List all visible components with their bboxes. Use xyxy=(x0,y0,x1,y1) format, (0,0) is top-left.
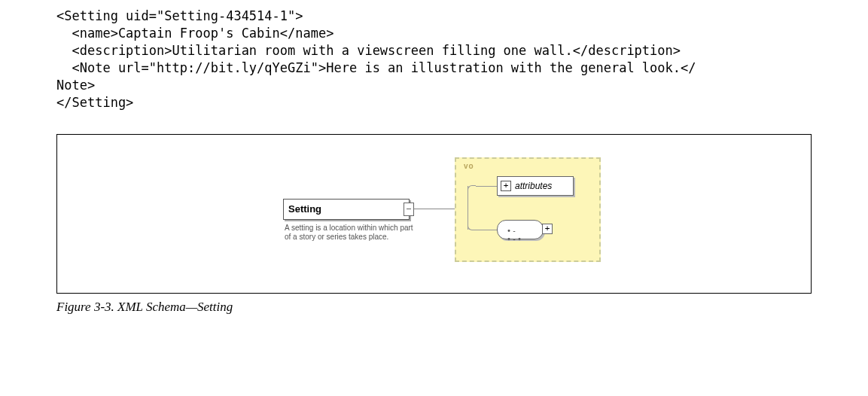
element-label: Setting xyxy=(288,203,321,215)
figure-caption: Figure 3-3. XML Schema—Setting xyxy=(56,300,868,315)
expand-handle-icon xyxy=(404,203,414,216)
sequence-box: •-•-• xyxy=(497,220,544,239)
schema-diagram: Setting A setting is a location within w… xyxy=(56,134,812,294)
connector-branch xyxy=(468,186,468,230)
attributes-label: attributes xyxy=(515,181,552,191)
group-vo-box xyxy=(455,157,601,262)
sequence-icon: •-•-• xyxy=(507,227,528,233)
xml-code-block: <Setting uid="Setting-434514-1"> <name>C… xyxy=(56,8,868,111)
expand-icon: + xyxy=(501,181,511,191)
connector-line xyxy=(476,230,497,230)
code-line: <Note url="http://bit.ly/qYeGZi">Here is… xyxy=(56,60,696,75)
code-line: <description>Utilitarian room with a vie… xyxy=(56,43,681,58)
element-description: A setting is a location within which par… xyxy=(285,224,420,242)
group-label: vo xyxy=(464,162,474,170)
connector-line xyxy=(413,209,455,209)
code-line: Note> xyxy=(56,78,95,93)
attributes-box: +attributes xyxy=(497,176,574,196)
expand-icon: + xyxy=(542,224,553,234)
code-line: <name>Captain Froop's Cabin</name> xyxy=(56,26,333,41)
code-line: <Setting uid="Setting-434514-1"> xyxy=(56,8,303,23)
connector-line xyxy=(476,186,497,187)
code-line: </Setting> xyxy=(56,95,133,110)
element-setting-box: Setting xyxy=(283,199,410,220)
